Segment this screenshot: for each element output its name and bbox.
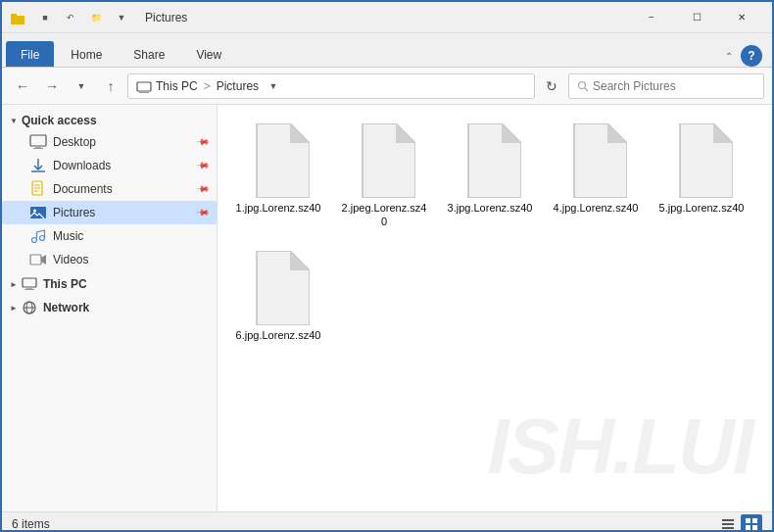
svg-rect-0 [11,14,17,19]
svg-rect-42 [746,518,750,523]
svg-rect-40 [722,523,734,525]
watermark: ISH.LUI [488,402,752,492]
music-label: Music [53,229,83,243]
svg-rect-23 [24,289,34,290]
this-pc-sidebar-icon [22,276,37,292]
close-button[interactable]: ✕ [719,2,764,33]
file-label-6: 6.jpg.Lorenz.sz40 [236,328,321,342]
tab-view[interactable]: View [181,41,236,67]
documents-icon [29,180,47,198]
window-controls: − ☐ ✕ [629,2,764,33]
svg-point-19 [40,236,45,241]
list-view-icon [721,517,735,531]
dropdown-btn[interactable]: ▼ [110,7,133,28]
address-bar: ← → ▼ ↑ This PC > Pictures ▼ ↻ [2,68,772,105]
file-item-2[interactable]: 2.jpeg.Lorenz.sz40 [335,117,433,236]
sidebar-item-music[interactable]: Music [2,224,217,248]
svg-rect-16 [30,207,46,218]
file-item-6[interactable]: 6.jpg.Lorenz.sz40 [229,244,327,349]
ribbon-right: ⌃ ? [721,45,768,67]
help-button[interactable]: ? [741,45,762,67]
svg-rect-5 [139,92,149,93]
chevron-icon: ▼ [10,117,18,125]
sidebar-section-quick-access: ▼ Quick access Desktop 📌 Downloads 📌 [2,111,217,271]
quick-access-btn[interactable]: ■ [33,7,57,28]
documents-label: Documents [53,182,113,196]
svg-rect-2 [17,16,24,19]
pin-icon-desktop: 📌 [196,135,211,150]
back-button[interactable]: ← [10,73,35,99]
folder-up-btn[interactable]: 📁 [84,7,108,28]
svg-marker-27 [257,123,310,198]
sidebar-item-videos[interactable]: Videos [2,248,217,271]
refresh-button[interactable]: ↻ [539,73,564,99]
sidebar-network-header[interactable]: ► Network [2,297,217,318]
file-item-1[interactable]: 1.jpg.Lorenz.sz40 [229,117,327,236]
title-bar: ■ ↶ 📁 ▼ Pictures − ☐ ✕ [2,2,772,33]
svg-rect-3 [137,82,151,91]
undo-btn[interactable]: ↶ [59,7,82,28]
up-button[interactable]: ↑ [98,73,123,99]
title-bar-extras: ■ ↶ 📁 ▼ [33,7,133,28]
file-icon-2 [353,123,415,198]
recent-locations-button[interactable]: ▼ [69,73,94,99]
main-layout: ▼ Quick access Desktop 📌 Downloads 📌 [2,105,772,511]
file-item-5[interactable]: 5.jpg.Lorenz.sz40 [653,117,750,236]
search-icon [577,80,589,92]
sidebar-item-desktop[interactable]: Desktop 📌 [2,130,217,154]
videos-icon [29,251,47,268]
svg-point-17 [33,210,36,213]
sidebar-item-documents[interactable]: Documents 📌 [2,177,217,201]
file-label-5: 5.jpg.Lorenz.sz40 [659,201,745,215]
this-pc-icon [136,78,152,94]
sidebar-quick-access-header[interactable]: ▼ Quick access [2,111,217,130]
svg-rect-41 [722,527,734,529]
tab-share[interactable]: Share [119,41,179,67]
maximize-button[interactable]: ☐ [674,2,719,33]
view-grid-button[interactable] [741,514,762,533]
svg-rect-44 [746,525,750,530]
svg-marker-30 [396,123,415,143]
file-label-1: 1.jpg.Lorenz.sz40 [236,201,321,215]
minimize-button[interactable]: − [629,2,674,33]
file-item-4[interactable]: 4.jpg.Lorenz.sz40 [547,117,645,236]
svg-rect-45 [752,525,757,530]
file-item-3[interactable]: 3.jpg.Lorenz.sz40 [441,117,539,236]
pictures-label: Pictures [53,206,95,219]
sidebar: ▼ Quick access Desktop 📌 Downloads 📌 [2,105,218,511]
path-thispc: This PC [156,79,198,93]
svg-rect-22 [26,287,32,289]
pin-icon-pictures: 📌 [196,206,211,220]
ribbon-tabs: File Home Share View ⌃ ? [2,33,772,67]
file-label-3: 3.jpg.Lorenz.sz40 [448,201,533,215]
sidebar-quick-access-label: Quick access [22,114,97,127]
svg-rect-10 [33,148,43,149]
chevron-this-pc-icon: ► [10,280,18,289]
svg-marker-37 [257,251,310,325]
tab-file[interactable]: File [6,41,54,67]
svg-marker-31 [468,123,521,198]
this-pc-label: This PC [43,277,87,291]
sidebar-item-downloads[interactable]: Downloads 📌 [2,154,217,177]
svg-rect-9 [35,146,41,148]
address-path[interactable]: This PC > Pictures ▼ [127,73,535,99]
forward-button[interactable]: → [39,73,65,99]
item-count: 6 items [12,517,50,531]
content-area: 1.jpg.Lorenz.sz40 2.jpeg.Lorenz.sz40 3.j… [218,105,772,511]
sidebar-this-pc-header[interactable]: ► This PC [2,273,217,295]
sidebar-item-pictures[interactable]: Pictures 📌 [2,201,217,224]
search-input[interactable] [593,79,755,93]
downloads-icon [29,157,47,174]
sidebar-section-this-pc: ► This PC [2,273,217,295]
view-list-button[interactable] [717,514,739,533]
tab-home[interactable]: Home [56,41,117,67]
pin-icon-documents: 📌 [196,182,211,197]
svg-line-7 [585,88,588,91]
search-box[interactable] [568,73,764,99]
desktop-label: Desktop [53,135,96,149]
address-dropdown-button[interactable]: ▼ [263,73,284,99]
ribbon-collapse-icon[interactable]: ⌃ [721,47,737,66]
sidebar-section-network: ► Network [2,297,217,318]
svg-rect-21 [23,278,36,287]
svg-rect-20 [30,255,41,265]
